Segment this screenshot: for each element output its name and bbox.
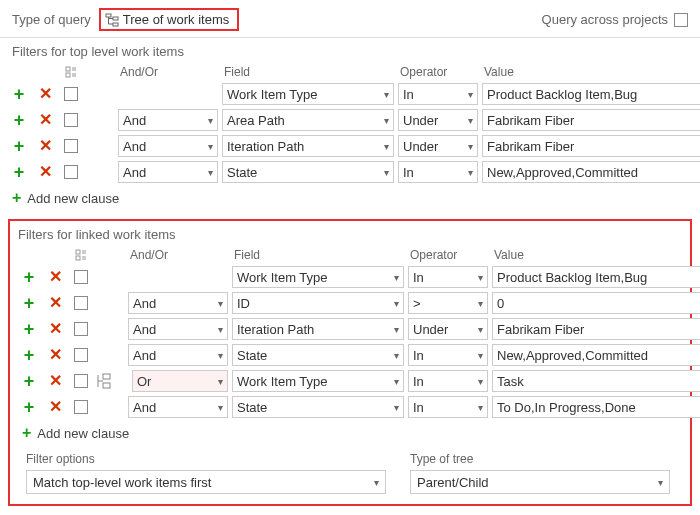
add-icon[interactable]: + bbox=[8, 163, 30, 181]
chevron-down-icon: ▾ bbox=[208, 115, 213, 126]
select[interactable]: State▾ bbox=[222, 161, 394, 183]
remove-icon[interactable]: ✕ bbox=[34, 111, 56, 129]
query-across-projects-checkbox[interactable] bbox=[674, 13, 688, 27]
add-icon[interactable]: + bbox=[18, 346, 40, 364]
add-icon[interactable]: + bbox=[18, 372, 40, 390]
select[interactable]: >▾ bbox=[408, 292, 488, 314]
chevron-down-icon: ▾ bbox=[478, 272, 483, 283]
chevron-down-icon: ▾ bbox=[394, 350, 399, 361]
add-icon[interactable]: + bbox=[8, 137, 30, 155]
query-type-selector[interactable]: Tree of work items bbox=[99, 8, 239, 31]
row-checkbox[interactable] bbox=[64, 87, 78, 101]
select[interactable]: In▾ bbox=[408, 396, 488, 418]
add-icon[interactable]: + bbox=[8, 85, 30, 103]
chevron-down-icon: ▾ bbox=[218, 350, 223, 361]
remove-icon[interactable]: ✕ bbox=[34, 85, 56, 103]
row-checkbox[interactable] bbox=[64, 113, 78, 127]
row-checkbox[interactable] bbox=[64, 139, 78, 153]
select[interactable]: And▾ bbox=[128, 292, 228, 314]
add-icon[interactable]: + bbox=[18, 294, 40, 312]
select[interactable]: State▾ bbox=[232, 344, 404, 366]
select[interactable]: Task▾ bbox=[492, 370, 700, 392]
select[interactable]: In▾ bbox=[408, 344, 488, 366]
select[interactable]: In▾ bbox=[398, 161, 478, 183]
select-value: In bbox=[413, 270, 424, 285]
add-icon[interactable]: + bbox=[18, 398, 40, 416]
chevron-down-icon: ▾ bbox=[384, 167, 389, 178]
select[interactable]: In▾ bbox=[408, 266, 488, 288]
row-checkbox[interactable] bbox=[74, 322, 88, 336]
select[interactable]: And▾ bbox=[128, 344, 228, 366]
select[interactable]: Work Item Type▾ bbox=[232, 370, 404, 392]
remove-icon[interactable]: ✕ bbox=[44, 268, 66, 286]
add-clause-linked[interactable]: + Add new clause bbox=[18, 420, 682, 444]
chevron-down-icon: ▾ bbox=[374, 477, 379, 488]
select-value: Work Item Type bbox=[237, 270, 328, 285]
select[interactable]: Work Item Type▾ bbox=[232, 266, 404, 288]
select[interactable]: 0▾ bbox=[492, 292, 700, 314]
add-icon[interactable]: + bbox=[18, 268, 40, 286]
chevron-down-icon: ▾ bbox=[394, 376, 399, 387]
remove-icon[interactable]: ✕ bbox=[44, 398, 66, 416]
select[interactable]: Under▾ bbox=[398, 109, 478, 131]
clause-row: + ✕ And▾ Iteration Path▾ Under▾ Fabrikam… bbox=[18, 316, 682, 342]
filter-options-select[interactable]: Match top-level work items first ▾ bbox=[26, 470, 386, 494]
select[interactable]: New,Approved,Committed▾ bbox=[492, 344, 700, 366]
select[interactable]: Or▾ bbox=[132, 370, 228, 392]
clause-row: + ✕ Work Item Type▾ In▾ Product Backlog … bbox=[8, 81, 692, 107]
select[interactable]: And▾ bbox=[118, 135, 218, 157]
select[interactable]: In▾ bbox=[408, 370, 488, 392]
row-checkbox[interactable] bbox=[74, 374, 88, 388]
row-checkbox[interactable] bbox=[74, 296, 88, 310]
add-icon[interactable]: + bbox=[18, 320, 40, 338]
svg-rect-7 bbox=[103, 374, 110, 379]
select[interactable]: To Do,In Progress,Done▾ bbox=[492, 396, 700, 418]
select-value: And bbox=[123, 113, 146, 128]
row-checkbox[interactable] bbox=[74, 270, 88, 284]
svg-rect-8 bbox=[103, 383, 110, 388]
chevron-down-icon: ▾ bbox=[478, 350, 483, 361]
remove-icon[interactable]: ✕ bbox=[34, 163, 56, 181]
remove-icon[interactable]: ✕ bbox=[44, 346, 66, 364]
select[interactable]: Under▾ bbox=[408, 318, 488, 340]
filter-options-value: Match top-level work items first bbox=[33, 475, 211, 490]
select[interactable]: Fabrikam Fiber▾ bbox=[482, 135, 700, 157]
add-clause-top[interactable]: + Add new clause bbox=[8, 185, 692, 209]
remove-icon[interactable]: ✕ bbox=[44, 294, 66, 312]
select[interactable]: Product Backlog Item,Bug▾ bbox=[492, 266, 700, 288]
select[interactable]: And▾ bbox=[128, 396, 228, 418]
tree-type-select[interactable]: Parent/Child ▾ bbox=[410, 470, 670, 494]
select[interactable]: And▾ bbox=[128, 318, 228, 340]
select[interactable]: Iteration Path▾ bbox=[222, 135, 394, 157]
select[interactable]: Iteration Path▾ bbox=[232, 318, 404, 340]
select-value: Area Path bbox=[227, 113, 285, 128]
remove-icon[interactable]: ✕ bbox=[34, 137, 56, 155]
chevron-down-icon: ▾ bbox=[658, 477, 663, 488]
select[interactable]: ID▾ bbox=[232, 292, 404, 314]
add-icon[interactable]: + bbox=[8, 111, 30, 129]
select[interactable]: Product Backlog Item,Bug▾ bbox=[482, 83, 700, 105]
top-filters-header: And/Or Field Operator Value bbox=[8, 63, 692, 81]
select[interactable]: State▾ bbox=[232, 396, 404, 418]
select[interactable]: Fabrikam Fiber▾ bbox=[482, 109, 700, 131]
select[interactable]: Under▾ bbox=[398, 135, 478, 157]
chevron-down-icon: ▾ bbox=[468, 89, 473, 100]
remove-icon[interactable]: ✕ bbox=[44, 372, 66, 390]
svg-rect-4 bbox=[66, 73, 70, 77]
row-checkbox[interactable] bbox=[74, 348, 88, 362]
select[interactable]: Area Path▾ bbox=[222, 109, 394, 131]
select[interactable]: And▾ bbox=[118, 109, 218, 131]
select[interactable]: In▾ bbox=[398, 83, 478, 105]
row-checkbox[interactable] bbox=[74, 400, 88, 414]
add-clause-label: Add new clause bbox=[27, 191, 119, 206]
row-checkbox[interactable] bbox=[64, 165, 78, 179]
select[interactable]: And▾ bbox=[118, 161, 218, 183]
select[interactable]: Work Item Type▾ bbox=[222, 83, 394, 105]
remove-icon[interactable]: ✕ bbox=[44, 320, 66, 338]
select-value: New,Approved,Committed bbox=[497, 348, 648, 363]
select[interactable]: New,Approved,Committed▾ bbox=[482, 161, 700, 183]
select[interactable]: Fabrikam Fiber▾ bbox=[492, 318, 700, 340]
col-operator: Operator bbox=[408, 248, 488, 262]
plus-icon: + bbox=[22, 424, 31, 442]
select-column-icon bbox=[60, 66, 82, 78]
